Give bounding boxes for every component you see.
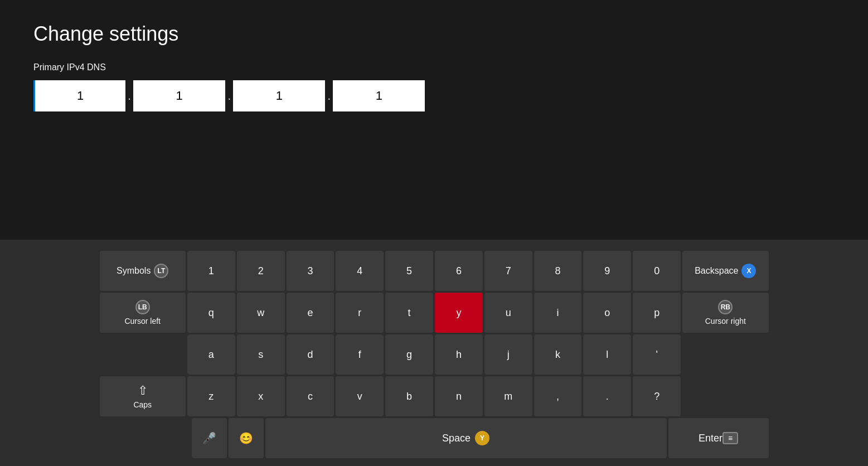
space-key[interactable]: Space Y (265, 418, 667, 458)
backspace-label: Backspace (695, 266, 738, 276)
key-q[interactable]: q (187, 293, 235, 333)
cursor-right-label: Cursor right (705, 317, 746, 326)
keyboard-row-5: 🎤 😊 Space Y Enter ≡ (100, 418, 769, 458)
page-title: Change settings (33, 22, 835, 46)
key-apostrophe[interactable]: ' (633, 334, 681, 375)
keyboard-row-2: LB Cursor left q w e r t y u i o p RB Cu… (100, 293, 769, 333)
key-k[interactable]: k (534, 334, 582, 375)
key-g[interactable]: g (385, 334, 433, 375)
key-b[interactable]: b (385, 376, 433, 416)
key-9[interactable]: 9 (583, 251, 631, 291)
key-4[interactable]: 4 (336, 251, 384, 291)
lb-badge: LB (135, 300, 150, 314)
y-badge: Y (475, 431, 489, 445)
cursor-left-key[interactable]: LB Cursor left (100, 293, 186, 333)
ip-separator-1: . (125, 89, 133, 103)
symbols-key[interactable]: Symbols LT (100, 251, 186, 291)
emoji-key[interactable]: 😊 (229, 418, 264, 458)
caps-icon: ⇧ (138, 384, 148, 398)
key-2[interactable]: 2 (237, 251, 285, 291)
ip-octet-4[interactable] (333, 80, 425, 111)
cursor-right-key[interactable]: RB Cursor right (682, 293, 768, 333)
rb-badge: RB (718, 300, 733, 314)
key-v[interactable]: v (336, 376, 384, 416)
x-badge: X (741, 264, 756, 278)
key-i[interactable]: i (534, 293, 582, 333)
key-d[interactable]: d (287, 334, 334, 375)
backspace-key[interactable]: Backspace X (682, 251, 768, 291)
dns-label: Primary IPv4 DNS (33, 62, 835, 72)
key-m[interactable]: m (484, 376, 532, 416)
cursor-left-label: Cursor left (124, 317, 161, 326)
key-n[interactable]: n (435, 376, 483, 416)
key-y[interactable]: y (435, 293, 483, 333)
key-w[interactable]: w (237, 293, 285, 333)
key-r[interactable]: r (336, 293, 384, 333)
space-label: Space (442, 433, 471, 444)
key-j[interactable]: j (484, 334, 532, 375)
ip-separator-2: . (225, 89, 233, 103)
menu-badge: ≡ (722, 432, 738, 444)
keyboard-row-4: ⇧ Caps z x c v b n m , . ? (100, 376, 769, 416)
enter-key[interactable]: Enter ≡ (668, 418, 769, 458)
key-6[interactable]: 6 (435, 251, 483, 291)
caps-label: Caps (133, 400, 152, 409)
ip-input-row: . . . (33, 80, 835, 111)
key-period[interactable]: . (583, 376, 631, 416)
mic-key[interactable]: 🎤 (192, 418, 227, 458)
key-u[interactable]: u (484, 293, 532, 333)
lt-badge: LT (154, 264, 168, 278)
key-e[interactable]: e (287, 293, 334, 333)
key-f[interactable]: f (336, 334, 384, 375)
key-o[interactable]: o (583, 293, 631, 333)
key-x[interactable]: x (237, 376, 285, 416)
key-h[interactable]: h (435, 334, 483, 375)
top-section: Change settings Primary IPv4 DNS . . . (0, 0, 868, 240)
keyboard-row-3: a s d f g h j k l ' (100, 334, 769, 375)
key-8[interactable]: 8 (534, 251, 582, 291)
keyboard-row-1: Symbols LT 1 2 3 4 5 6 7 8 9 0 Backspace… (100, 251, 769, 291)
ip-separator-3: . (325, 89, 333, 103)
key-0[interactable]: 0 (633, 251, 681, 291)
key-a[interactable]: a (187, 334, 235, 375)
virtual-keyboard: Symbols LT 1 2 3 4 5 6 7 8 9 0 Backspace… (100, 251, 769, 460)
ip-octet-1[interactable] (33, 80, 125, 111)
key-z[interactable]: z (187, 376, 235, 416)
key-question[interactable]: ? (633, 376, 681, 416)
key-5[interactable]: 5 (385, 251, 433, 291)
key-s[interactable]: s (237, 334, 285, 375)
caps-key[interactable]: ⇧ Caps (100, 376, 186, 416)
key-c[interactable]: c (287, 376, 334, 416)
symbols-label: Symbols (117, 266, 151, 276)
keyboard-section: Symbols LT 1 2 3 4 5 6 7 8 9 0 Backspace… (0, 240, 868, 466)
key-l[interactable]: l (583, 334, 631, 375)
key-comma[interactable]: , (534, 376, 582, 416)
key-t[interactable]: t (385, 293, 433, 333)
key-3[interactable]: 3 (287, 251, 334, 291)
ip-octet-3[interactable] (233, 80, 325, 111)
key-1[interactable]: 1 (187, 251, 235, 291)
enter-label: Enter (699, 433, 722, 444)
key-7[interactable]: 7 (484, 251, 532, 291)
ip-octet-2[interactable] (133, 80, 225, 111)
key-p[interactable]: p (633, 293, 681, 333)
